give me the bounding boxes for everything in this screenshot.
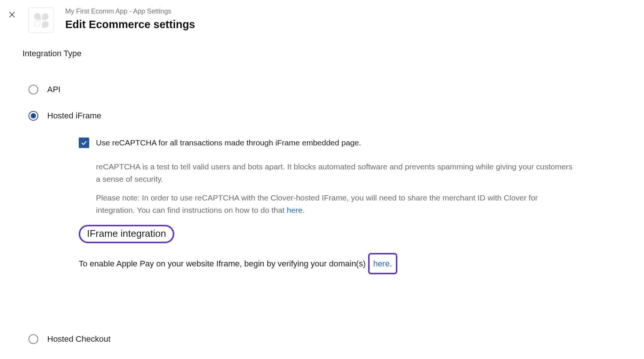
recaptcha-note: Please note: In order to use reCAPTCHA w… (96, 192, 576, 216)
recaptcha-description-text: reCAPTCHA is a test to tell valid users … (96, 161, 576, 185)
apple-pay-here-highlight: here. (368, 253, 397, 274)
dialog-header: My First Ecomm App - App Settings Edit E… (0, 4, 644, 44)
close-icon (8, 10, 16, 20)
recaptcha-checkbox-label: Use reCAPTCHA for all transactions made … (96, 137, 361, 148)
breadcrumb: My First Ecomm App - App Settings (65, 7, 195, 15)
hosted-iframe-detail: Use reCAPTCHA for all transactions made … (28, 137, 576, 274)
apple-pay-instruction: To enable Apple Pay on your website Ifra… (79, 253, 576, 274)
recaptcha-checkbox-row[interactable]: Use reCAPTCHA for all transactions made … (79, 137, 576, 148)
radio-icon (28, 85, 38, 94)
recaptcha-description: reCAPTCHA is a test to tell valid users … (79, 161, 576, 216)
radio-hosted-checkout[interactable]: Hosted Checkout (28, 334, 644, 344)
iframe-integration-heading: IFrame integration (87, 228, 166, 239)
apple-pay-verify-link[interactable]: here (373, 259, 390, 268)
app-icon-tile (28, 7, 54, 33)
radio-icon (28, 334, 38, 344)
page-title: Edit Ecommerce settings (65, 18, 195, 31)
checkbox-checked-icon (79, 138, 89, 148)
radio-label: Hosted Checkout (47, 334, 111, 344)
clover-icon (34, 13, 49, 28)
radio-api[interactable]: API (28, 85, 644, 94)
integration-type-radio-group: API Hosted iFrame Use reCAPTCHA for all … (0, 85, 644, 344)
iframe-integration-heading-highlight: IFrame integration (79, 225, 174, 243)
section-heading-integration-type: Integration Type (0, 49, 644, 58)
radio-label: Hosted iFrame (47, 111, 101, 121)
radio-hosted-iframe[interactable]: Hosted iFrame (28, 111, 644, 121)
recaptcha-instructions-link[interactable]: here (287, 206, 303, 214)
radio-label: API (47, 85, 60, 94)
radio-icon (28, 111, 38, 121)
close-button[interactable] (5, 7, 19, 21)
